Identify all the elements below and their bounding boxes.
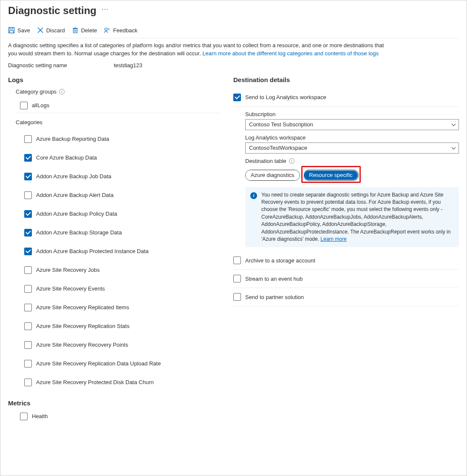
category-checkbox[interactable] — [24, 229, 32, 237]
setting-name-value: testdiag123 — [114, 62, 142, 68]
workspace-select[interactable]: ContosoTestWorkspace — [245, 143, 459, 154]
category-checkbox[interactable] — [24, 341, 32, 349]
pill-resource-specific[interactable]: Resource specific — [304, 171, 358, 180]
category-row: Addon Azure Backup Alert Data — [24, 186, 221, 205]
dest-table-toggle: Azure diagnostics — [245, 170, 300, 181]
category-checkbox[interactable] — [24, 379, 32, 386]
eventhub-checkbox[interactable] — [233, 275, 241, 282]
info-icon[interactable]: i — [59, 89, 65, 94]
svg-rect-2 — [10, 31, 14, 33]
category-label: Addon Azure Backup Storage Data — [36, 229, 122, 236]
category-label: Azure Site Recovery Protected Disk Data … — [36, 379, 154, 385]
eventhub-row: Stream to an event hub — [233, 270, 459, 288]
destination-heading: Destination details — [233, 76, 459, 83]
setting-name-label: Diagnostic setting name — [8, 62, 67, 68]
category-row: Azure Site Recovery Recovery Points — [24, 336, 221, 354]
category-row: Azure Site Recovery Replication Stats — [24, 317, 221, 336]
save-button[interactable]: Save — [8, 27, 30, 34]
category-label: Addon Azure Backup Protected Instance Da… — [36, 248, 149, 254]
info-icon[interactable]: i — [289, 158, 294, 164]
alllogs-label: allLogs — [32, 102, 49, 108]
category-label: Azure Backup Reporting Data — [36, 136, 109, 142]
send-la-checkbox[interactable] — [233, 94, 241, 101]
category-row: Azure Site Recovery Protected Disk Data … — [24, 373, 221, 392]
category-checkbox[interactable] — [24, 210, 32, 218]
feedback-icon — [104, 27, 110, 34]
save-label: Save — [17, 27, 30, 34]
category-checkbox[interactable] — [24, 191, 32, 199]
delete-label: Delete — [81, 27, 97, 34]
close-icon — [37, 27, 44, 34]
category-label: Azure Site Recovery Jobs — [36, 267, 100, 273]
category-label: Azure Site Recovery Events — [36, 285, 105, 292]
more-icon[interactable]: ⋯ — [102, 6, 108, 15]
category-row: Azure Site Recovery Replication Data Upl… — [24, 354, 221, 373]
category-row: Azure Site Recovery Jobs — [24, 261, 221, 279]
subscription-select[interactable]: Contoso Test Subscription — [245, 119, 459, 130]
metrics-row: Health — [20, 409, 221, 424]
feedback-button[interactable]: Feedback — [104, 27, 137, 34]
logs-heading: Logs — [8, 76, 221, 83]
category-label: Azure Site Recovery Replication Data Upl… — [36, 360, 161, 367]
info-text: You need to create separate diagnostic s… — [261, 192, 450, 242]
metrics-label: Health — [32, 413, 48, 419]
dest-table-label: Destination table i — [245, 158, 459, 164]
feedback-label: Feedback — [113, 27, 137, 34]
category-checkbox[interactable] — [24, 135, 32, 143]
subscription-label: Subscription — [245, 111, 459, 117]
chevron-down-icon — [452, 145, 456, 149]
partner-row: Send to partner solution — [233, 288, 459, 306]
category-row: Azure Backup Reporting Data — [24, 130, 221, 148]
workspace-label: Log Analytics workspace — [245, 134, 459, 141]
categories-label: Categories — [16, 119, 221, 125]
metrics-heading: Metrics — [8, 399, 221, 407]
trash-icon — [72, 27, 79, 34]
category-checkbox[interactable] — [24, 285, 32, 293]
delete-button[interactable]: Delete — [72, 27, 97, 34]
toolbar: Save Discard Delete Feedback — [8, 24, 459, 38]
partner-checkbox[interactable] — [233, 293, 241, 301]
category-row: Addon Azure Backup Protected Instance Da… — [24, 242, 221, 261]
category-row: Azure Site Recovery Events — [24, 279, 221, 298]
category-groups-label: Category groups i — [16, 88, 217, 95]
svg-point-10 — [105, 28, 108, 31]
highlight-annotation: Resource specific — [301, 166, 361, 183]
category-checkbox[interactable] — [24, 266, 32, 274]
send-la-row: Send to Log Analytics workspace — [233, 88, 459, 107]
save-icon — [8, 27, 15, 34]
alllogs-checkbox[interactable] — [20, 102, 28, 109]
category-label: Azure Site Recovery Replication Stats — [36, 323, 130, 329]
info-icon: i — [250, 192, 257, 199]
alllogs-row: allLogs — [20, 98, 221, 113]
discard-label: Discard — [46, 27, 65, 34]
archive-row: Archive to a storage account — [233, 251, 459, 270]
pill-azure-diagnostics[interactable]: Azure diagnostics — [246, 170, 300, 180]
info-learn-more-link[interactable]: Learn more — [320, 236, 346, 242]
workspace-value: ContosoTestWorkspace — [249, 145, 307, 151]
description: A diagnostic setting specifies a list of… — [8, 42, 391, 58]
category-checkbox[interactable] — [24, 248, 32, 255]
subscription-value: Contoso Test Subscription — [249, 121, 313, 128]
eventhub-label: Stream to an event hub — [245, 276, 303, 282]
category-label: Azure Site Recovery Recovery Points — [36, 342, 128, 348]
category-label: Addon Azure Backup Policy Data — [36, 211, 117, 217]
send-la-label: Send to Log Analytics workspace — [245, 94, 326, 100]
partner-label: Send to partner solution — [245, 294, 304, 300]
svg-rect-1 — [10, 28, 13, 29]
discard-button[interactable]: Discard — [37, 27, 65, 34]
category-checkbox[interactable] — [24, 360, 32, 368]
category-row: Core Azure Backup Data — [24, 148, 221, 167]
category-label: Addon Azure Backup Job Data — [36, 173, 111, 180]
category-checkbox[interactable] — [24, 173, 32, 180]
category-row: Azure Site Recovery Replicated Items — [24, 298, 221, 317]
page-title: Diagnostic setting — [8, 5, 96, 17]
metrics-checkbox[interactable] — [20, 413, 28, 420]
learn-more-link[interactable]: Learn more about the different log categ… — [202, 50, 379, 57]
category-label: Addon Azure Backup Alert Data — [36, 192, 113, 198]
category-row: Addon Azure Backup Policy Data — [24, 205, 221, 223]
archive-checkbox[interactable] — [233, 257, 241, 264]
category-checkbox[interactable] — [24, 322, 32, 330]
category-checkbox[interactable] — [24, 304, 32, 311]
category-checkbox[interactable] — [24, 154, 32, 162]
category-label: Core Azure Backup Data — [36, 154, 97, 161]
